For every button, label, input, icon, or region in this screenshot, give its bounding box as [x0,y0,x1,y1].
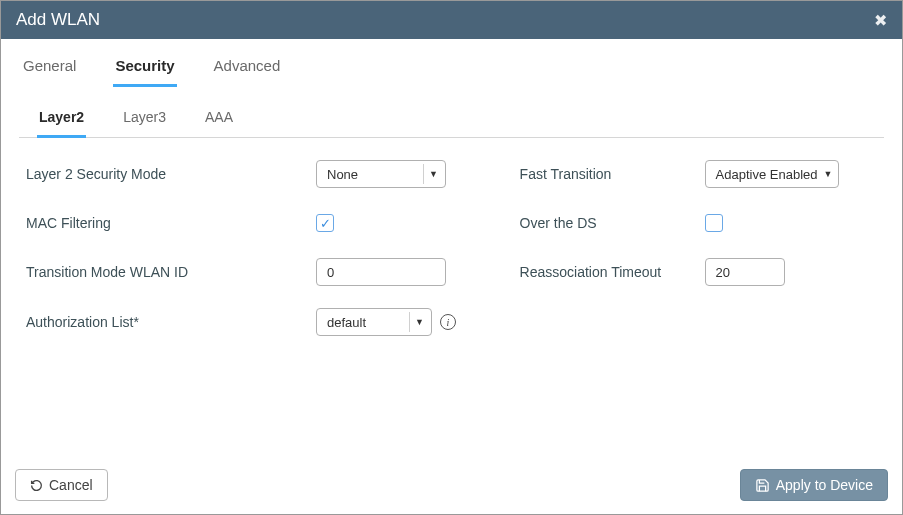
select-authorization-list[interactable]: default ▼ [316,308,432,336]
label-reassociation-timeout: Reassociation Timeout [520,264,705,280]
tab-security[interactable]: Security [113,51,176,87]
select-fast-transition[interactable]: Adaptive Enabled ▼ [705,160,839,188]
apply-button[interactable]: Apply to Device [740,469,888,501]
modal-header: Add WLAN ✖ [1,1,902,39]
input-transition-mode-wlan-id[interactable] [316,258,446,286]
add-wlan-modal: Add WLAN ✖ General Security Advanced Lay… [0,0,903,515]
input-reassociation-timeout[interactable] [705,258,785,286]
cancel-button[interactable]: Cancel [15,469,108,501]
tab-general[interactable]: General [21,51,78,87]
save-icon [755,478,770,493]
tab-layer2[interactable]: Layer2 [37,105,86,138]
checkbox-mac-filtering[interactable]: ✓ [316,214,334,232]
checkbox-over-the-ds[interactable] [705,214,723,232]
check-icon: ✓ [320,217,331,230]
tabs-primary: General Security Advanced [1,39,902,87]
undo-icon [30,479,43,492]
label-fast-transition: Fast Transition [520,166,705,182]
cancel-button-label: Cancel [49,477,93,493]
tab-layer3[interactable]: Layer3 [121,105,168,138]
modal-footer: Cancel Apply to Device [1,458,902,514]
tabs-secondary: Layer2 Layer3 AAA [19,105,884,138]
tab-aaa[interactable]: AAA [203,105,235,138]
label-l2-security-mode: Layer 2 Security Mode [26,166,316,182]
modal-title: Add WLAN [16,10,100,30]
label-mac-filtering: MAC Filtering [26,215,316,231]
info-icon[interactable]: i [440,314,456,330]
label-over-the-ds: Over the DS [520,215,705,231]
label-transition-mode-wlan-id: Transition Mode WLAN ID [26,264,316,280]
tab-advanced[interactable]: Advanced [212,51,283,87]
select-l2-security-mode[interactable]: None ▼ [316,160,446,188]
close-icon[interactable]: ✖ [874,11,887,30]
label-authorization-list: Authorization List* [26,314,316,330]
apply-button-label: Apply to Device [776,477,873,493]
